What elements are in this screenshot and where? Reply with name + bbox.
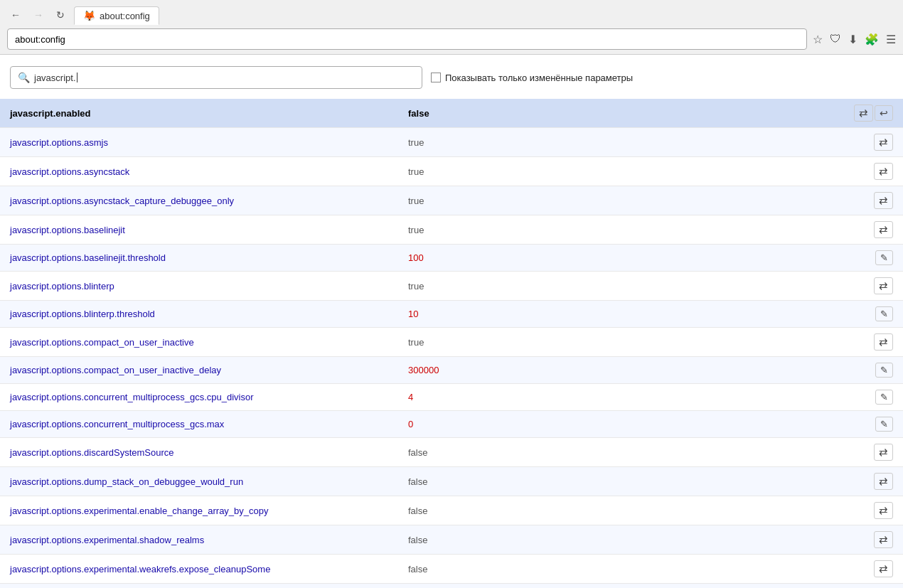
reset-button[interactable]: ↩: [875, 105, 893, 121]
toggle-button[interactable]: ⇄: [874, 560, 893, 577]
toggle-button[interactable]: ⇄: [874, 134, 893, 151]
table-row: javascript.options.experimental.enable_c…: [0, 496, 903, 525]
toolbar-icons: ☆ 🛡 ⬇ 🧩 ☰: [813, 33, 896, 46]
config-name: javascript.options.concurrent_multiproce…: [0, 384, 398, 411]
toggle-button[interactable]: ⇄: [874, 221, 893, 238]
address-text: about:config: [15, 34, 65, 45]
search-input-value: javascript.: [34, 73, 76, 83]
address-bar[interactable]: about:config: [7, 28, 807, 50]
config-name: javascript.options.external_thread_pool: [0, 584, 398, 589]
table-row: javascript.options.concurrent_multiproce…: [0, 384, 903, 411]
toggle-button[interactable]: ⇄: [874, 277, 893, 294]
config-actions: ⇄: [629, 215, 903, 245]
config-name: javascript.options.asyncstack_capture_de…: [0, 186, 398, 215]
toggle-button[interactable]: ⇄: [854, 105, 873, 122]
config-actions: ⇄: [629, 272, 903, 301]
table-row: javascript.options.baselinejittrue⇄: [0, 215, 903, 245]
active-tab[interactable]: 🦊 about:config: [74, 6, 159, 25]
config-actions: ✎: [629, 301, 903, 328]
config-name: javascript.enabled: [0, 99, 398, 128]
back-button[interactable]: ←: [7, 8, 24, 22]
config-actions: ⇄: [629, 128, 903, 157]
table-row: javascript.enabledfalse⇄↩: [0, 99, 903, 128]
reload-button[interactable]: ↻: [53, 8, 68, 22]
search-box[interactable]: 🔍 javascript.: [10, 66, 422, 89]
config-actions: ⇄: [629, 328, 903, 357]
config-value: 4: [398, 384, 629, 411]
search-bar-row: 🔍 javascript. Показывать только изменённ…: [0, 62, 903, 93]
config-name: javascript.options.baselinejit.threshold: [0, 245, 398, 272]
download-icon[interactable]: ⬇: [848, 33, 857, 46]
extensions-icon[interactable]: 🧩: [865, 33, 879, 46]
edit-button[interactable]: ✎: [875, 363, 893, 378]
config-actions: ✎: [629, 245, 903, 272]
table-row: javascript.options.baselinejit.threshold…: [0, 245, 903, 272]
address-bar-row: about:config ☆ 🛡 ⬇ 🧩 ☰: [0, 26, 903, 54]
table-row: javascript.options.compact_on_user_inact…: [0, 328, 903, 357]
config-value: true: [398, 157, 629, 186]
table-row: javascript.options.blinterp.threshold10✎: [0, 301, 903, 328]
toggle-button[interactable]: ⇄: [874, 192, 893, 209]
config-name: javascript.options.concurrent_multiproce…: [0, 411, 398, 438]
toggle-button[interactable]: ⇄: [874, 473, 893, 490]
toggle-button[interactable]: ⇄: [874, 502, 893, 519]
show-changed-label: Показывать только изменённые параметры: [445, 73, 633, 83]
table-row: javascript.options.blinterptrue⇄: [0, 272, 903, 301]
tab-title: about:config: [100, 11, 150, 21]
config-name: javascript.options.dump_stack_on_debugge…: [0, 467, 398, 496]
edit-button[interactable]: ✎: [875, 417, 893, 432]
config-actions: ⇄: [629, 584, 903, 589]
toggle-button[interactable]: ⇄: [874, 163, 893, 180]
config-name: javascript.options.asmjs: [0, 128, 398, 157]
config-value: true: [398, 128, 629, 157]
table-row: javascript.options.discardSystemSourcefa…: [0, 438, 903, 467]
search-icon: 🔍: [18, 72, 30, 83]
config-value: true: [398, 584, 629, 589]
show-changed-checkbox[interactable]: [431, 73, 441, 82]
config-actions: ✎: [629, 411, 903, 438]
config-name: javascript.options.discardSystemSource: [0, 438, 398, 467]
table-row: javascript.options.external_thread_poolt…: [0, 584, 903, 589]
toggle-button[interactable]: ⇄: [874, 333, 893, 351]
tab-bar: ← → ↻ 🦊 about:config: [0, 0, 903, 26]
menu-icon[interactable]: ☰: [886, 33, 896, 46]
table-row: javascript.options.asmjstrue⇄: [0, 128, 903, 157]
config-actions: ✎: [629, 384, 903, 411]
forward-button[interactable]: →: [30, 8, 47, 22]
config-value: 300000: [398, 357, 629, 384]
toggle-button[interactable]: ⇄: [874, 444, 893, 461]
edit-button[interactable]: ✎: [875, 306, 893, 321]
firefox-icon: 🦊: [83, 10, 95, 21]
config-value: false: [398, 99, 629, 128]
toggle-button[interactable]: ⇄: [874, 531, 893, 548]
table-row: javascript.options.experimental.weakrefs…: [0, 555, 903, 584]
config-value: false: [398, 496, 629, 525]
config-value: false: [398, 438, 629, 467]
config-name: javascript.options.compact_on_user_inact…: [0, 357, 398, 384]
page-content: 🔍 javascript. Показывать только изменённ…: [0, 55, 903, 588]
table-row: javascript.options.concurrent_multiproce…: [0, 411, 903, 438]
table-row: javascript.options.compact_on_user_inact…: [0, 357, 903, 384]
bookmark-icon[interactable]: ☆: [813, 33, 823, 46]
edit-button[interactable]: ✎: [875, 390, 893, 405]
config-name: javascript.options.blinterp.threshold: [0, 301, 398, 328]
config-actions: ⇄: [629, 157, 903, 186]
config-value: false: [398, 525, 629, 555]
config-table: javascript.enabledfalse⇄↩javascript.opti…: [0, 99, 903, 588]
config-actions: ⇄: [629, 438, 903, 467]
table-row: javascript.options.asyncstacktrue⇄: [0, 157, 903, 186]
table-row: javascript.options.dump_stack_on_debugge…: [0, 467, 903, 496]
config-value: true: [398, 328, 629, 357]
config-value: 0: [398, 411, 629, 438]
config-actions: ⇄↩: [629, 99, 903, 128]
shield-icon[interactable]: 🛡: [830, 33, 841, 46]
config-value: true: [398, 186, 629, 215]
config-actions: ⇄: [629, 525, 903, 555]
text-cursor: [77, 73, 78, 82]
edit-button[interactable]: ✎: [875, 250, 893, 265]
table-row: javascript.options.experimental.shadow_r…: [0, 525, 903, 555]
config-name: javascript.options.experimental.shadow_r…: [0, 525, 398, 555]
config-value: 100: [398, 245, 629, 272]
config-value: 10: [398, 301, 629, 328]
config-actions: ✎: [629, 357, 903, 384]
